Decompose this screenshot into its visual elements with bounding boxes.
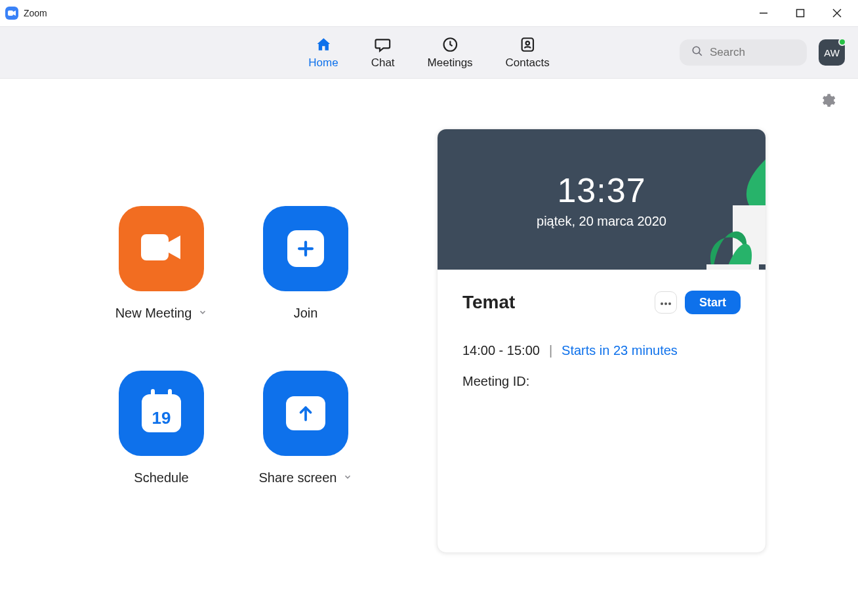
nav-right: AW [680, 39, 845, 66]
svg-point-7 [525, 41, 529, 45]
join-button[interactable] [263, 206, 348, 291]
action-new-meeting: New Meeting [89, 206, 234, 321]
start-button[interactable]: Start [685, 291, 741, 314]
svg-point-16 [661, 302, 663, 305]
action-grid: New Meeting Join [89, 206, 420, 485]
ellipsis-icon [660, 297, 672, 308]
meeting-time-row: 14:00 - 15:00 | Starts in 23 minutes [462, 343, 741, 358]
meeting-id-label: Meeting ID: [462, 374, 741, 389]
calendar-icon: 19 [142, 394, 181, 432]
zoom-app-icon [5, 7, 18, 20]
new-meeting-button[interactable] [119, 206, 204, 291]
svg-line-9 [699, 52, 702, 56]
window-controls [754, 4, 850, 22]
meeting-time-range: 14:00 - 15:00 [462, 343, 540, 358]
minimize-button[interactable] [754, 4, 773, 22]
tab-home[interactable]: Home [308, 35, 338, 70]
card-hero: 13:37 piątek, 20 marca 2020 [438, 129, 766, 270]
meeting-topic: Temat [462, 292, 515, 313]
meeting-countdown: Starts in 23 minutes [562, 343, 678, 358]
plus-icon [287, 230, 324, 267]
divider: | [549, 343, 552, 358]
content-area: New Meeting Join [0, 79, 858, 616]
titlebar: Zoom [0, 0, 858, 26]
status-dot-icon [838, 38, 846, 46]
svg-rect-15 [706, 264, 759, 270]
search-box[interactable] [680, 39, 807, 66]
new-meeting-label-row[interactable]: New Meeting [115, 306, 208, 321]
tab-label: Meetings [428, 56, 473, 70]
avatar-initials: AW [824, 47, 840, 58]
card-body: Temat Start 14:00 - 15:00 | Starts in 23… [438, 270, 766, 410]
chevron-down-icon [343, 472, 352, 484]
settings-button[interactable] [819, 92, 836, 112]
share-screen-label-row[interactable]: Share screen [259, 470, 353, 485]
chat-icon [374, 35, 392, 54]
clock-date: piątek, 20 marca 2020 [537, 214, 666, 229]
svg-rect-2 [797, 10, 804, 17]
calendar-day: 19 [152, 408, 171, 428]
chevron-down-icon [198, 308, 207, 319]
share-screen-button[interactable] [263, 371, 348, 456]
svg-rect-0 [8, 10, 13, 16]
right-panel: 13:37 piątek, 20 marca 2020 Temat [420, 79, 858, 616]
nav-tabs: Home Chat Meetings Contacts [308, 35, 549, 70]
home-icon [314, 35, 333, 54]
search-icon [691, 45, 703, 60]
action-share-screen: Share screen [234, 371, 378, 485]
nav-bar: Home Chat Meetings Contacts [0, 26, 858, 79]
svg-point-8 [693, 47, 700, 54]
contacts-icon [518, 35, 537, 54]
schedule-label-row: Schedule [134, 470, 188, 485]
svg-rect-10 [141, 234, 169, 260]
join-label-row: Join [294, 306, 318, 321]
clock-time: 13:37 [557, 171, 645, 210]
plant-illustration-icon [687, 159, 766, 270]
tab-contacts[interactable]: Contacts [506, 35, 550, 70]
title-left: Zoom [5, 7, 47, 20]
card-head-row: Temat Start [462, 291, 741, 314]
video-icon [138, 230, 184, 267]
clock-icon [441, 35, 459, 54]
search-input[interactable] [710, 46, 795, 59]
more-button[interactable] [655, 291, 677, 314]
tab-label: Chat [371, 56, 395, 70]
action-label: New Meeting [115, 306, 192, 321]
card-head-actions: Start [655, 291, 741, 314]
action-label: Join [294, 306, 318, 321]
close-button[interactable] [828, 4, 846, 22]
schedule-button[interactable]: 19 [119, 371, 204, 456]
info-card: 13:37 piątek, 20 marca 2020 Temat [437, 129, 766, 553]
maximize-button[interactable] [791, 4, 809, 22]
tab-label: Contacts [506, 56, 550, 70]
tab-chat[interactable]: Chat [371, 35, 395, 70]
action-join: Join [234, 206, 378, 321]
tab-meetings[interactable]: Meetings [428, 35, 473, 70]
window-title: Zoom [24, 8, 47, 18]
left-panel: New Meeting Join [0, 79, 420, 616]
svg-point-17 [664, 302, 667, 305]
action-schedule: 19 Schedule [89, 371, 234, 485]
avatar[interactable]: AW [819, 39, 845, 66]
svg-point-18 [668, 302, 671, 305]
arrow-up-icon [286, 396, 325, 430]
tab-label: Home [308, 56, 338, 70]
action-label: Share screen [259, 470, 337, 485]
action-label: Schedule [134, 470, 188, 485]
